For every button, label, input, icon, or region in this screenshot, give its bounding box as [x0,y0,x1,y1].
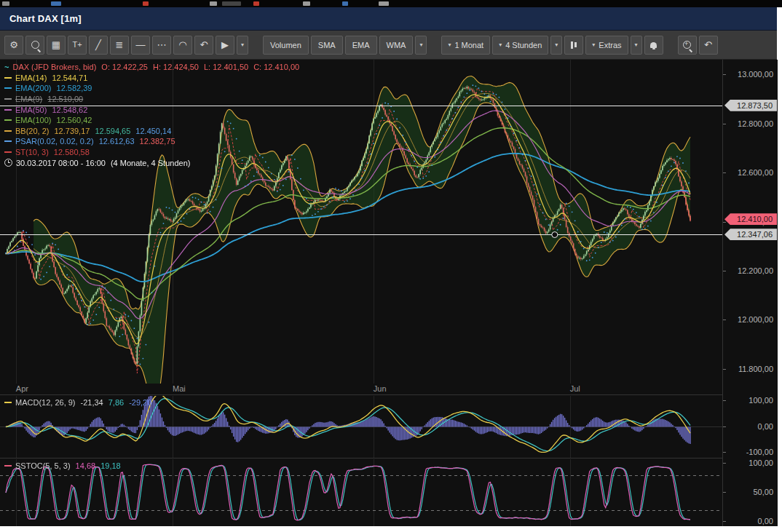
indicators-caret[interactable]: ▾ [415,36,427,55]
alert-bell-icon[interactable] [644,36,663,55]
pointer-tool-icon: ▶ [221,40,229,49]
indicator-swatch-icon [4,151,12,153]
browser-top-strip [0,0,782,7]
indicator-swatch-icon [4,465,12,467]
price-level-badge: 12.873,50 [724,100,777,111]
indicator-value: 12.560,42 [57,116,92,124]
price-tick-label: 12.600,00 [738,168,773,177]
strip-icon [2,1,9,6]
indicator-value: 12.510,00 [47,95,83,103]
draw-tools-caret[interactable]: ▾ [237,36,248,55]
select-label: 4 Stunden [505,41,542,49]
legend-row-indicator[interactable]: PSAR(0.02, 0.02, 0.2)12.612,6312.382,75 [4,136,304,147]
settings-gear-icon[interactable]: ⚙ [4,36,23,55]
freehand-tool-icon[interactable]: ◠ [173,36,192,55]
fibonacci-tool-icon[interactable]: ≣ [110,36,129,55]
indicator-swatch-icon [4,130,12,132]
chevron-down-icon: ▾ [635,41,638,48]
text-tool-icon[interactable]: T+ [68,36,87,55]
macd-value: 7,86 [108,398,124,407]
sstoc-name: SSTOC(5, 5, 3) [15,461,71,470]
legend-row-main[interactable]: ~DAX (JFD Brokers, bid)O: 12.422,25H: 12… [4,62,304,73]
indicator-value: 12.582,39 [57,84,92,92]
chart-type-candles-icon[interactable] [564,36,583,55]
legend-row-indicator[interactable]: EMA(100)12.560,42 [4,115,304,126]
price-tick-label: 12.200,00 [738,266,773,275]
indicator-name: ST(10, 3) [15,148,49,156]
extras-select[interactable]: ▾Extras [585,36,628,55]
trendline-tool-icon[interactable]: ╱ [89,36,108,55]
macd-name: MACD(12, 26, 9) [15,398,76,407]
price-tick-label: 13.000,00 [738,70,773,79]
indicator-swatch-icon [4,109,12,111]
zoom-in-icon [683,41,691,49]
axis-tick [723,492,726,493]
indicator-name: BB(20, 2) [15,127,49,135]
sstoc-value: 19,18 [100,461,121,470]
axis-tick [723,222,726,223]
month-tick-label: Jul [570,384,580,393]
legend-row-timestamp: 30.03.2017 08:00 - 16:00(4 Monate, 4 Stu… [4,157,304,168]
horizontal-line-tool-icon: ― [136,40,146,49]
axis-tick [723,426,726,427]
search-icon [31,41,39,49]
macd-tick-label: -100,00 [746,448,773,456]
legend-row-indicator[interactable]: ST(10, 3)12.580,58 [4,147,304,158]
price-tick-label: 12.000,00 [738,315,773,324]
pointer-tool-icon[interactable]: ▶ [216,36,234,55]
legend-row-indicator[interactable]: EMA(50)12.548,62 [4,104,304,115]
indicator-value: 12.580,58 [54,148,90,156]
indicator-value: 12.548,62 [52,106,87,114]
legend-row-indicator[interactable]: EMA(14)12.544,71 [4,73,304,84]
sma-button[interactable]: SMA [311,36,343,55]
window-titlebar[interactable]: Chart DAX [1m] [0,7,777,31]
volumen-button[interactable]: Volumen [263,36,309,55]
price-axis[interactable]: 13.000,0012.800,0012.600,0012.400,0012.2… [722,60,778,526]
timerange-select[interactable]: ▾1 Monat [441,36,490,55]
axis-tick [723,74,726,75]
zoom-in-icon[interactable] [678,36,697,55]
axis-tick [723,124,726,124]
axis-tick [723,463,726,464]
indicator-legend: ~DAX (JFD Brokers, bid)O: 12.422,25H: 12… [4,62,304,168]
chevron-down-icon: ▾ [419,41,422,48]
screen: Chart DAX [1m] ⚙▦T+╱≣―⋯◠↶▶▾VolumenSMAEMA… [0,0,782,532]
more-tools-icon[interactable]: ⋯ [152,36,171,55]
strip-icon [210,1,217,6]
extras-caret[interactable]: ▾ [631,36,642,55]
indicator-swatch-icon [4,119,12,121]
interval-caret[interactable]: ▾ [550,36,562,55]
axis-tick [723,400,726,401]
time-axis[interactable]: AprMaiJunJul [0,384,722,394]
text-tool-icon: T+ [72,40,82,49]
alert-bell-icon [650,42,657,48]
legend-row-indicator[interactable]: EMA(9)12.510,00 [4,94,304,105]
macd-tick-label: 0,00 [758,422,773,431]
undo-icon[interactable]: ↶ [699,36,718,55]
undo-draw-icon[interactable]: ↶ [194,36,213,55]
undo-icon: ↶ [704,40,712,49]
ohlc-value: O: 12.422,25 [101,63,148,71]
fibonacci-tool-icon: ≣ [116,40,124,49]
grid-icon[interactable]: ▦ [47,36,66,55]
freehand-tool-icon: ◠ [178,40,186,49]
select-label: Extras [599,41,621,49]
chevron-down-icon: ▾ [241,41,244,48]
chevron-down-icon: ▾ [555,41,558,48]
axis-tick [723,271,726,271]
horizontal-line-tool-icon[interactable]: ― [131,36,150,55]
search-icon[interactable] [25,36,44,55]
chart-type-candles-icon [571,41,577,49]
ema-button[interactable]: EMA [345,36,377,55]
strip-icon [253,1,259,6]
wma-button[interactable]: WMA [379,36,414,55]
axis-tick [723,452,726,453]
legend-row-indicator[interactable]: BB(20, 2)12.739,1712.594,6512.450,14 [4,126,304,137]
interval-select[interactable]: ▾4 Stunden [492,36,548,55]
sstoc-value: 14,68 [76,461,96,470]
stochastic-legend: SSTOC(5, 5, 3)14,6819,18 [4,461,126,470]
trendline-tool-icon: ╱ [95,40,101,49]
indicator-swatch-icon [4,87,12,89]
month-tick-label: Mai [173,384,186,393]
legend-row-indicator[interactable]: EMA(200)12.582,39 [4,83,304,94]
